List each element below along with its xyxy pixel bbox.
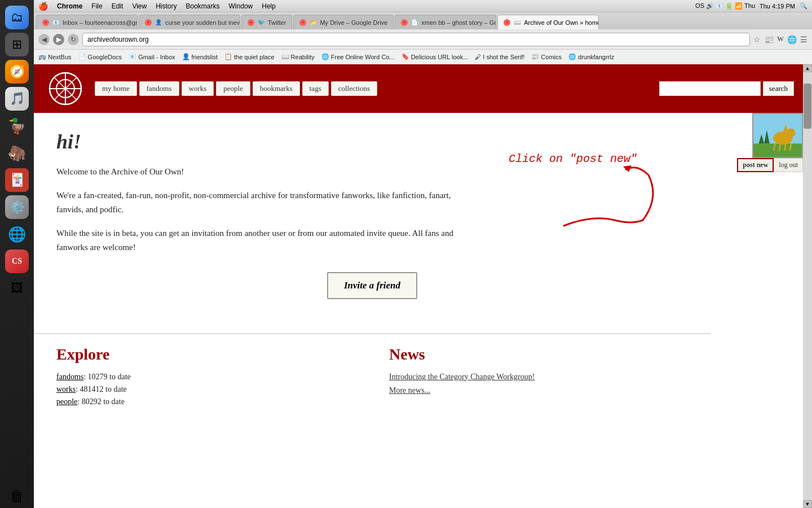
works-count: : 481412 to date — [76, 385, 127, 393]
bookmark-delicious[interactable]: 🔖 Delicious URL look... — [401, 53, 469, 60]
preview-icon[interactable]: 🖼 — [5, 277, 29, 300]
scroll-up-button[interactable]: ▲ — [803, 64, 812, 72]
bookmark-serif[interactable]: 🖋 I shot the Serif! — [475, 54, 524, 60]
tab-close-active-icon[interactable]: × — [504, 19, 510, 26]
scroll-area[interactable] — [803, 72, 812, 500]
bookmark-googledocs[interactable]: 📄 GoogleDocs — [78, 53, 122, 60]
tab-bar: × 📧 Inbox – fourteenacross@gm... × 👤 cur… — [34, 12, 812, 29]
delicious-label: Delicious URL look... — [411, 54, 469, 60]
ao3-content-wrapper: post new log out hi! Welcome to the Arch… — [34, 113, 803, 427]
tab-close-icon[interactable]: × — [401, 19, 408, 26]
quiet-place-icon: 📋 — [224, 53, 232, 60]
comics-label: Comics — [541, 54, 562, 60]
tab-close-icon[interactable]: × — [145, 19, 152, 26]
bookmark-drunkfangrrlz[interactable]: 🌐 drunkfangrrlz — [568, 53, 614, 60]
works-button[interactable]: works — [182, 81, 214, 96]
ao3-main-content: hi! Welcome to the Archive of Our Own! W… — [34, 113, 710, 333]
ao3-welcome: Welcome to the Archive of Our Own! — [56, 165, 479, 179]
my-home-button[interactable]: my home — [95, 81, 137, 96]
tags-button[interactable]: tags — [302, 81, 329, 96]
tab-inbox[interactable]: × 📧 Inbox – fourteenacross@gm... — [36, 15, 138, 29]
tab-gdrive[interactable]: × 📂 My Drive – Google Drive — [293, 15, 394, 29]
ao3-header: my home fandoms works people bookmarks t… — [34, 64, 803, 113]
people-link[interactable]: people — [56, 397, 77, 406]
finder-icon[interactable]: 🗂 — [5, 6, 29, 29]
news-item-1[interactable]: Introducing the Category Change Workgrou… — [389, 373, 688, 382]
ao3-search-input[interactable] — [659, 81, 761, 96]
tab-xmen[interactable]: × 📄 xmen bb – ghost story – Go... — [395, 15, 496, 29]
googledocs-icon: 📄 — [78, 53, 86, 60]
bookmark-friendslist[interactable]: 👤 friendslist — [182, 53, 218, 60]
news-more[interactable]: More news... — [389, 386, 688, 395]
menu-edit[interactable]: Edit — [112, 2, 123, 10]
serif-icon: 🖋 — [475, 54, 481, 60]
ao3-avatar — [752, 113, 803, 158]
trash-icon[interactable]: 🗑 — [5, 484, 29, 508]
menu-help[interactable]: Help — [262, 2, 276, 10]
tab-close-icon[interactable]: × — [248, 19, 254, 26]
bookmark-quiet-place[interactable]: 📋 the quiet place — [224, 53, 275, 60]
tab-close-icon[interactable]: × — [299, 19, 306, 26]
menu-chrome[interactable]: Chrome — [57, 2, 82, 10]
wikipedia-icon[interactable]: W — [777, 35, 784, 43]
scroll-down-button[interactable]: ▼ — [803, 500, 812, 508]
adium-icon[interactable]: 🦆 — [5, 114, 29, 138]
tab-label-inbox: Inbox – fourteenacross@gm... — [63, 19, 138, 26]
menu-window[interactable]: Window — [229, 2, 253, 10]
refresh-button[interactable]: ↻ — [68, 34, 79, 45]
tab-curse[interactable]: × 👤 curse your sudden but inevi... — [139, 15, 240, 29]
collections-button[interactable]: collections — [331, 81, 377, 96]
bookmark-nextbus[interactable]: 🚌 NextBus — [38, 53, 72, 60]
svg-line-12 — [779, 143, 780, 150]
tab-favicon-gdrive: 📂 — [310, 19, 316, 25]
apple-menu[interactable]: 🍎 — [38, 2, 48, 11]
tab-twitter[interactable]: × 🐦 Twitter — [241, 15, 292, 29]
forward-button[interactable]: ▶ — [53, 34, 64, 45]
gmail-icon: 📧 — [129, 53, 136, 60]
works-link[interactable]: works — [56, 385, 76, 393]
log-out-button[interactable]: log out — [774, 158, 803, 172]
friendslist-label: friendslist — [192, 54, 218, 60]
people-button[interactable]: people — [216, 81, 250, 96]
bookmark-comics[interactable]: 📰 Comics — [531, 53, 562, 60]
bookmark-star-icon[interactable]: ☆ — [753, 35, 761, 44]
bookmark-free-word[interactable]: 🌐 Free Online Word Co... — [321, 53, 395, 60]
mission-control-icon[interactable]: ⊞ — [5, 33, 29, 56]
chrome-icon[interactable]: 🌐 — [5, 222, 29, 246]
fandoms-link[interactable]: fandoms — [56, 373, 83, 381]
menu-icon[interactable]: ☰ — [800, 35, 807, 44]
friendslist-icon: 👤 — [182, 53, 190, 60]
invite-friend-button[interactable]: Invite a friend — [327, 272, 417, 299]
url-input[interactable] — [82, 33, 750, 46]
menu-view[interactable]: View — [132, 2, 147, 10]
itunes-icon[interactable]: 🎵 — [5, 87, 29, 111]
ao3-search-button[interactable]: search — [763, 81, 794, 96]
safari-icon[interactable]: 🧭 — [5, 60, 29, 84]
ao3-description1: We're a fan-created, fan-run, non-profit… — [56, 189, 479, 217]
tab-close-icon[interactable]: × — [42, 19, 49, 26]
bookmark-reability[interactable]: 📖 Reability — [281, 53, 315, 60]
mammoth-icon[interactable]: 🦣 — [5, 141, 29, 165]
system-prefs-icon[interactable]: ⚙️ — [5, 195, 29, 219]
tab-label-xmen: xmen bb – ghost story – Go... — [421, 19, 496, 26]
ao3-search-container: search — [659, 81, 794, 96]
search-icon[interactable]: 🔍 — [800, 2, 807, 10]
bookmark-gmail[interactable]: 📧 Gmail - Inbox — [129, 53, 175, 60]
browser-content: my home fandoms works people bookmarks t… — [34, 64, 812, 508]
cs-icon[interactable]: CS — [5, 249, 29, 273]
post-new-button[interactable]: post new — [737, 158, 774, 172]
reader-mode-icon[interactable]: 📰 — [764, 35, 774, 44]
scroll-thumb[interactable] — [804, 84, 811, 129]
menu-history[interactable]: History — [156, 2, 176, 10]
globe-icon[interactable]: 🌐 — [787, 35, 797, 44]
bookmarks-button[interactable]: bookmarks — [253, 81, 300, 96]
ao3-description2: While the site is in beta, you can get a… — [56, 226, 479, 255]
fandoms-button[interactable]: fandoms — [139, 81, 179, 96]
back-button[interactable]: ◀ — [38, 34, 50, 45]
flashcard-icon[interactable]: 🃏 — [5, 168, 29, 192]
tab-favicon-twitter: 🐦 — [258, 19, 264, 25]
ao3-greeting: hi! — [56, 130, 688, 154]
menu-bookmarks[interactable]: Bookmarks — [186, 2, 220, 10]
menu-file[interactable]: File — [91, 2, 102, 10]
tab-ao3[interactable]: × 📖 Archive of Our Own » home — [497, 15, 599, 29]
